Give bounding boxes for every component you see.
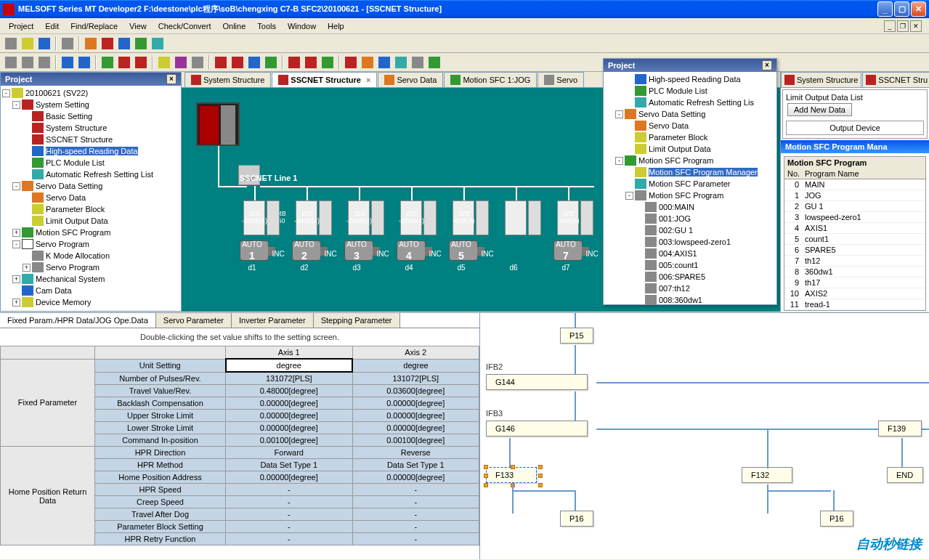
maximize-button[interactable]: ▢	[894, 1, 909, 17]
float-tree-item[interactable]: Servo Data	[649, 121, 689, 130]
monitor-button-6[interactable]	[426, 54, 442, 70]
program-row[interactable]: 1JOG	[784, 190, 925, 201]
mdi-restore-button[interactable]: ❐	[897, 20, 909, 32]
sfc-p16a[interactable]: P16	[560, 511, 593, 527]
program-row[interactable]: 2GU 1	[784, 201, 925, 212]
float-tree-item[interactable]: 008:360dw1	[659, 296, 702, 304]
paste-button[interactable]	[100, 36, 115, 52]
servo-button-3[interactable]	[320, 54, 336, 70]
tree-k-mode[interactable]: K Mode Allocation	[46, 251, 110, 260]
float-tree-item[interactable]: Motion SFC Program Manager	[649, 168, 758, 176]
float-tree-item[interactable]: 003:lowspeed-zero1	[659, 238, 731, 246]
tree-system-setting[interactable]: System Setting	[36, 100, 89, 109]
tree-plc-module[interactable]: PLC Module List	[46, 158, 105, 167]
sfc-p16b[interactable]: P16	[820, 511, 853, 527]
float-tree-item[interactable]: 006:SPARE5	[659, 272, 705, 281]
program-row[interactable]: 5count1	[784, 234, 925, 245]
menu-tools[interactable]: Tools	[251, 20, 282, 33]
tree-root[interactable]: 20100621 (SV22)	[25, 89, 88, 97]
monitor-button-1[interactable]	[343, 54, 359, 70]
mdi-close-button[interactable]: ✕	[910, 20, 922, 32]
float-tree-item[interactable]: Parameter Block	[649, 133, 707, 142]
tool-b2[interactable]	[190, 54, 206, 70]
copy-button[interactable]	[83, 36, 99, 52]
tree-sscnet[interactable]: SSCNET Structure	[46, 135, 113, 144]
cpu-unit[interactable]	[196, 102, 240, 146]
float-tree-item[interactable]: Automatic Refresh Setting Lis	[649, 98, 754, 107]
program-row[interactable]: 11tread-1	[784, 299, 925, 310]
menu-view[interactable]: View	[123, 20, 153, 33]
float-tree-item[interactable]: 004:AXIS1	[659, 249, 697, 258]
menu-window[interactable]: Window	[282, 20, 322, 33]
float-panel-close[interactable]: ×	[762, 60, 772, 70]
copy2-button[interactable]	[20, 54, 36, 70]
float-tree-item[interactable]: 007:th12	[659, 284, 690, 293]
tool-button-2[interactable]	[133, 36, 149, 52]
close-button[interactable]: ✕	[911, 1, 926, 17]
tab-sscnet-structure[interactable]: SSCNET Structure×	[272, 72, 377, 87]
minimize-button[interactable]: _	[877, 1, 893, 17]
tab-close-icon[interactable]: ×	[366, 76, 370, 84]
param-row[interactable]: Home Position Return DataHPR DirectionFo…	[1, 447, 479, 459]
monitor-button-4[interactable]	[393, 54, 409, 70]
param-tab-stepping[interactable]: Stepping Parameter	[314, 313, 400, 328]
tree-cam-data[interactable]: Cam Data	[36, 286, 72, 295]
open-button[interactable]	[20, 36, 36, 52]
sfc-g146[interactable]: G146	[486, 421, 588, 437]
module-button-1[interactable]	[213, 54, 229, 70]
tree-param-block[interactable]: Parameter Block	[46, 205, 105, 214]
paste2-button[interactable]	[36, 54, 52, 70]
param-table[interactable]: Axis 1Axis 2 Fixed ParameterUnit Setting…	[0, 346, 479, 545]
menu-online[interactable]: Online	[216, 20, 251, 33]
float-tree-item[interactable]: High-speed Reading Data	[649, 75, 741, 84]
module-button-2[interactable]	[230, 54, 246, 70]
check-button[interactable]	[100, 54, 115, 70]
param-row[interactable]: Fixed ParameterUnit Settingdegreedegree	[1, 359, 479, 372]
tab-servo[interactable]: Servo	[537, 72, 584, 87]
module-button-3[interactable]	[246, 54, 262, 70]
flag-button[interactable]	[133, 54, 149, 70]
module-button-4[interactable]	[263, 54, 279, 70]
tool-button-1[interactable]	[116, 36, 132, 52]
amplifier-6[interactable]	[505, 200, 527, 235]
param-tab-inverter[interactable]: Inverter Parameter	[232, 313, 314, 328]
float-tree-item[interactable]: Motion SFC Program	[649, 191, 723, 200]
float-project-panel[interactable]: Project × High-speed Reading DataPLC Mod…	[603, 58, 777, 305]
tree-mech-sys[interactable]: Mechanical System	[36, 275, 105, 283]
sfc-p15[interactable]: P15	[560, 328, 593, 344]
program-row[interactable]: 6SPARE5	[784, 245, 925, 256]
tab-system-structure[interactable]: System Structure	[184, 72, 271, 87]
float-tree[interactable]: High-speed Reading DataPLC Module ListAu…	[604, 72, 776, 307]
tool-button-3[interactable]	[150, 36, 166, 52]
tree-servo-data[interactable]: Servo Data	[46, 193, 86, 202]
add-new-data-button[interactable]: Add New Data	[787, 103, 852, 116]
sfc-f133[interactable]: F133	[486, 467, 537, 483]
save-button[interactable]	[36, 36, 52, 52]
project-tree[interactable]: -20100621 (SV22) -System Setting Basic S…	[1, 86, 181, 311]
float-tree-item[interactable]: Motion SFC Program	[638, 156, 713, 165]
program-row[interactable]: 4AXIS1	[784, 223, 925, 234]
tree-button[interactable]	[156, 54, 172, 70]
monitor-button-3[interactable]	[376, 54, 392, 70]
program-row[interactable]: 3lowspeed-zero1	[784, 212, 925, 223]
tab-servo-data[interactable]: Servo Data	[378, 72, 443, 87]
param-tab-servo[interactable]: Servo Parameter	[156, 313, 232, 328]
mdi-minimize-button[interactable]: _	[884, 20, 896, 32]
menu-edit[interactable]: Edit	[39, 20, 65, 33]
sfc-diagram[interactable]: P15 IFB2 G144 IFB3 G146 F133 P16 F132 P1…	[479, 312, 929, 559]
float-tree-item[interactable]: Limit Output Data	[649, 145, 711, 153]
monitor-button-2[interactable]	[360, 54, 376, 70]
print-button[interactable]	[60, 36, 76, 52]
menu-project[interactable]: Project	[3, 20, 39, 33]
tree-limit-out[interactable]: Limit Output Data	[46, 216, 108, 225]
monitor-button-5[interactable]	[410, 54, 426, 70]
panel-close-button[interactable]: ×	[166, 74, 177, 84]
tree-hispeed[interactable]: High-speed Reading Data	[46, 147, 138, 155]
float-tree-item[interactable]: Motion SFC Parameter	[649, 179, 730, 188]
tree-servo-program[interactable]: Servo Program	[36, 240, 89, 248]
servo-button-1[interactable]	[286, 54, 302, 70]
new-button[interactable]	[3, 36, 19, 52]
cut-button[interactable]	[3, 54, 19, 70]
tree-basic[interactable]: Basic Setting	[46, 112, 92, 121]
param-tab-fixed[interactable]: Fixed Param./HPR Data/JOG Ope.Data	[0, 313, 156, 328]
